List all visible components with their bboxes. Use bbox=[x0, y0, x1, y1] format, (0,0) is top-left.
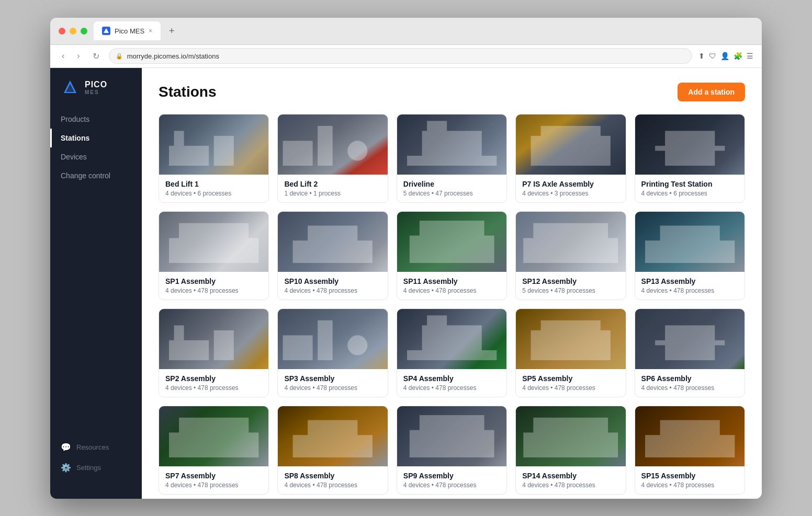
station-name-sp14-assembly: SP14 Assembly bbox=[522, 472, 619, 480]
shield-icon[interactable]: 🛡 bbox=[709, 52, 716, 60]
svg-marker-0 bbox=[104, 28, 109, 33]
tab-bar: Pico MES × + bbox=[94, 21, 753, 40]
station-info-sp9-assembly: SP9 Assembly 4 devices • 478 processes bbox=[397, 466, 506, 494]
forward-button[interactable]: › bbox=[74, 49, 83, 63]
station-info-sp3-assembly: SP3 Assembly 4 devices • 478 processes bbox=[278, 369, 387, 397]
station-meta-sp13-assembly: 4 devices • 478 processes bbox=[641, 287, 738, 294]
svg-rect-26 bbox=[169, 340, 209, 360]
new-tab-button[interactable]: + bbox=[165, 24, 179, 39]
logo: PICO MES bbox=[50, 78, 142, 110]
close-button[interactable] bbox=[59, 28, 65, 35]
svg-point-8 bbox=[348, 141, 368, 160]
station-card-sp6-assembly[interactable]: SP6 Assembly 4 devices • 478 processes bbox=[635, 308, 745, 397]
app-layout: PICO MES Products Stations Devices Chang… bbox=[50, 68, 762, 499]
svg-rect-38 bbox=[655, 340, 725, 345]
station-card-sp2-assembly[interactable]: SP2 Assembly 4 devices • 478 processes bbox=[159, 308, 269, 397]
station-card-bed-lift-2[interactable]: Bed Lift 2 1 device • 1 process bbox=[277, 114, 388, 203]
svg-rect-13 bbox=[541, 125, 601, 138]
back-button[interactable]: ‹ bbox=[59, 49, 67, 63]
profile-icon[interactable]: 👤 bbox=[720, 52, 729, 60]
station-name-sp3-assembly: SP3 Assembly bbox=[284, 374, 381, 383]
station-image-bed-lift-2 bbox=[278, 114, 387, 175]
station-image-bed-lift-1 bbox=[159, 114, 268, 175]
sidebar-label-devices: Devices bbox=[61, 153, 87, 161]
station-image-sp1-assembly bbox=[159, 212, 268, 272]
station-meta-sp10-assembly: 4 devices • 478 processes bbox=[284, 287, 381, 294]
station-name-p7-is-axle: P7 IS Axle Assembly bbox=[522, 180, 619, 188]
station-card-sp7-assembly[interactable]: SP7 Assembly 4 devices • 478 processes bbox=[159, 406, 269, 495]
extensions-icon[interactable]: 🧩 bbox=[734, 52, 742, 60]
station-card-p7-is-axle[interactable]: P7 IS Axle Assembly 4 devices • 3 proces… bbox=[515, 114, 626, 203]
station-image-sp7-assembly bbox=[159, 406, 268, 466]
station-image-sp12-assembly bbox=[516, 212, 625, 272]
station-card-driveline[interactable]: Driveline 5 devices • 47 processes bbox=[397, 114, 507, 203]
station-card-sp8-assembly[interactable]: SP8 Assembly 4 devices • 478 processes bbox=[277, 406, 388, 495]
station-card-sp15-assembly[interactable]: SP15 Assembly 4 devices • 478 processes bbox=[635, 406, 745, 495]
sidebar: PICO MES Products Stations Devices Chang… bbox=[50, 68, 142, 499]
station-card-sp5-assembly[interactable]: SP5 Assembly 4 devices • 478 processes bbox=[515, 308, 626, 397]
tab-close-btn[interactable]: × bbox=[149, 27, 152, 35]
station-meta-sp11-assembly: 4 devices • 478 processes bbox=[403, 287, 500, 294]
station-info-driveline: Driveline 5 devices • 47 processes bbox=[397, 175, 506, 202]
station-card-sp12-assembly[interactable]: SP12 Assembly 5 devices • 478 processes bbox=[515, 211, 626, 300]
svg-rect-33 bbox=[407, 350, 497, 360]
station-meta-bed-lift-2: 1 device • 1 process bbox=[284, 190, 381, 197]
svg-rect-15 bbox=[655, 145, 725, 151]
station-info-bed-lift-1: Bed Lift 1 4 devices • 6 processes bbox=[159, 175, 268, 202]
nav-bar: ‹ › ↻ 🔒 morryde.picomes.io/m/stations ⬆ … bbox=[50, 45, 762, 68]
add-station-button[interactable]: Add a station bbox=[678, 83, 745, 101]
sidebar-label-products: Products bbox=[61, 115, 89, 123]
address-bar[interactable]: 🔒 morryde.picomes.io/m/stations bbox=[109, 48, 692, 64]
station-name-sp12-assembly: SP12 Assembly bbox=[522, 277, 619, 285]
sidebar-label-stations: Stations bbox=[61, 134, 89, 142]
svg-rect-27 bbox=[214, 330, 234, 360]
station-name-sp10-assembly: SP10 Assembly bbox=[284, 277, 381, 285]
station-meta-sp1-assembly: 4 devices • 478 processes bbox=[165, 287, 262, 294]
resources-icon: 💬 bbox=[61, 442, 71, 452]
station-image-sp3-assembly bbox=[278, 309, 387, 369]
station-info-sp1-assembly: SP1 Assembly 4 devices • 478 processes bbox=[159, 272, 268, 300]
station-name-bed-lift-2: Bed Lift 2 bbox=[284, 180, 381, 188]
reload-button[interactable]: ↻ bbox=[89, 49, 103, 63]
station-info-sp8-assembly: SP8 Assembly 4 devices • 478 processes bbox=[278, 466, 387, 494]
sidebar-item-resources[interactable]: 💬 Resources bbox=[50, 437, 142, 457]
svg-rect-36 bbox=[541, 320, 601, 332]
share-icon[interactable]: ⬆ bbox=[698, 52, 705, 60]
station-name-printing-test: Printing Test Station bbox=[641, 180, 738, 188]
station-card-sp4-assembly[interactable]: SP4 Assembly 4 devices • 478 processes bbox=[397, 308, 507, 397]
station-info-bed-lift-2: Bed Lift 2 1 device • 1 process bbox=[278, 175, 387, 202]
station-card-sp13-assembly[interactable]: SP13 Assembly 4 devices • 478 processes bbox=[635, 211, 745, 300]
lock-icon: 🔒 bbox=[116, 53, 123, 60]
sidebar-item-devices[interactable]: Devices bbox=[50, 147, 142, 166]
svg-rect-19 bbox=[308, 225, 358, 243]
station-name-sp4-assembly: SP4 Assembly bbox=[403, 374, 500, 383]
svg-rect-43 bbox=[410, 430, 494, 457]
station-info-sp14-assembly: SP14 Assembly 4 devices • 478 processes bbox=[516, 466, 625, 494]
station-card-sp11-assembly[interactable]: SP11 Assembly 4 devices • 478 processes bbox=[397, 211, 507, 300]
station-image-driveline bbox=[397, 114, 506, 175]
maximize-button[interactable] bbox=[81, 28, 87, 35]
sidebar-label-change-control: Change control bbox=[61, 171, 110, 180]
sidebar-item-settings[interactable]: ⚙️ Settings bbox=[50, 457, 142, 478]
tab-title: Pico MES bbox=[115, 27, 144, 35]
station-meta-sp5-assembly: 4 devices • 478 processes bbox=[522, 384, 619, 392]
station-card-sp9-assembly[interactable]: SP9 Assembly 4 devices • 478 processes bbox=[397, 406, 507, 495]
station-card-sp14-assembly[interactable]: SP14 Assembly 4 devices • 478 processes bbox=[515, 406, 626, 495]
station-card-printing-test[interactable]: Printing Test Station 4 devices • 6 proc… bbox=[635, 114, 745, 203]
station-image-sp14-assembly bbox=[516, 406, 625, 466]
sidebar-item-change-control[interactable]: Change control bbox=[50, 166, 142, 185]
station-meta-sp14-assembly: 4 devices • 478 processes bbox=[522, 481, 619, 489]
minimize-button[interactable] bbox=[70, 28, 76, 35]
station-meta-sp9-assembly: 4 devices • 478 processes bbox=[403, 481, 500, 489]
browser-tab[interactable]: Pico MES × bbox=[94, 21, 161, 40]
station-card-bed-lift-1[interactable]: Bed Lift 1 4 devices • 6 processes bbox=[159, 114, 269, 203]
menu-icon[interactable]: ☰ bbox=[747, 52, 753, 60]
station-card-sp3-assembly[interactable]: SP3 Assembly 4 devices • 478 processes bbox=[277, 308, 388, 397]
svg-rect-35 bbox=[531, 330, 611, 360]
sidebar-item-stations[interactable]: Stations bbox=[50, 129, 142, 147]
station-card-sp1-assembly[interactable]: SP1 Assembly 4 devices • 478 processes bbox=[159, 211, 269, 300]
svg-rect-17 bbox=[179, 223, 249, 240]
station-card-sp10-assembly[interactable]: SP10 Assembly 4 devices • 478 processes bbox=[277, 211, 388, 300]
svg-rect-39 bbox=[169, 432, 258, 457]
sidebar-item-products[interactable]: Products bbox=[50, 110, 142, 129]
